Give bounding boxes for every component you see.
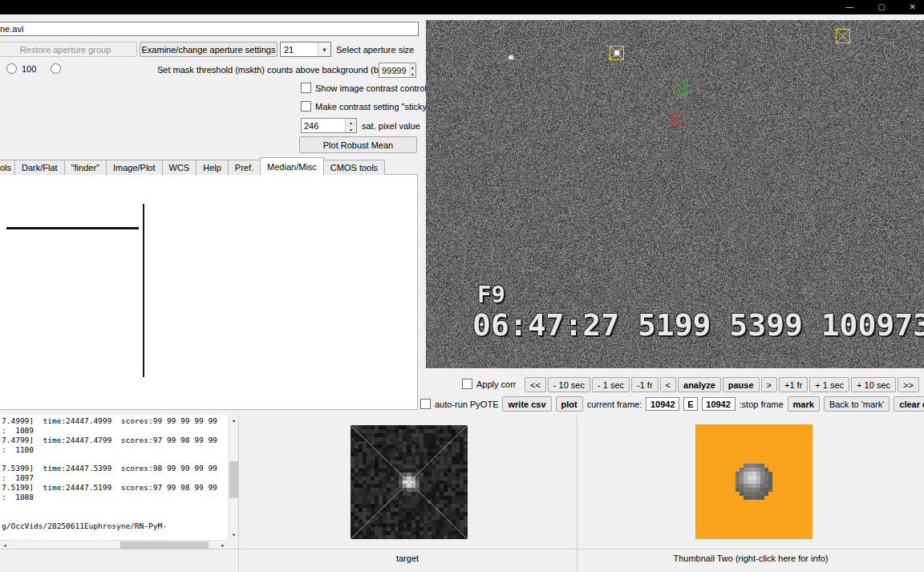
log-line (2, 455, 228, 464)
spinner-arrows: ▴▾ (409, 63, 415, 77)
mark-button[interactable]: mark (788, 396, 820, 412)
target-thumbnail-label: target (238, 554, 577, 563)
log-line: 7.5399] time:24447.5399 scores:98 99 99 … (2, 464, 228, 473)
tab-pref[interactable]: Pref. (228, 160, 261, 175)
tab-image-plot[interactable]: Image/Plot (106, 160, 163, 175)
tab-help[interactable]: Help (196, 160, 229, 175)
divider (143, 204, 144, 377)
clear-data-button[interactable]: clear data (894, 396, 924, 412)
show-contrast-control: Show image contrast control (301, 83, 427, 93)
step-forward-button[interactable]: > (761, 377, 777, 392)
aperture-marker-yellow-2[interactable] (836, 29, 850, 43)
box-x-icon (672, 110, 687, 124)
target-thumbnail[interactable] (351, 425, 468, 539)
seek-far-back-button[interactable]: << (525, 377, 546, 392)
tab-cmos-tools[interactable]: CMOS tools (323, 160, 385, 175)
scrollbar-thumb[interactable] (229, 461, 238, 498)
threshold-radio-right[interactable] (51, 63, 61, 74)
e-button[interactable]: E (683, 397, 697, 411)
plus-1-sec-button[interactable]: + 1 sec (809, 377, 849, 392)
divider (6, 227, 139, 229)
threshold-100-label: 100 (22, 64, 36, 74)
mask-threshold-spinbox[interactable]: 99999 ▴▾ (379, 63, 416, 78)
aperture-size-select[interactable]: 21 ▾ (280, 42, 331, 57)
analyze-button[interactable]: analyze (678, 377, 721, 392)
threshold-radio-left[interactable] (6, 63, 17, 74)
apply-corr-checkbox[interactable] (462, 379, 472, 389)
auto-run-pyote-checkbox[interactable] (420, 399, 431, 409)
sticky-contrast-checkbox[interactable] (301, 101, 311, 112)
apply-corr-control: Apply corr (462, 379, 517, 389)
aperture-size-value: 21 (281, 43, 318, 56)
tab-finder[interactable]: "finder" (64, 160, 107, 175)
stop-frame-label: :stop frame (740, 400, 784, 409)
sat-pixel-spinbox[interactable]: 246 ▴▾ (301, 118, 357, 133)
log-line: 7.4999] time:24447.4999 scores:99 99 99 … (2, 416, 228, 426)
spin-down-icon[interactable]: ▾ (346, 126, 356, 132)
log-line (2, 502, 228, 512)
pymovie-window: — ▢ ✕ Restore aperture group Examine/cha… (0, 0, 924, 572)
minus-1-frame-button[interactable]: -1 fr (631, 377, 659, 392)
thumbnail-two[interactable] (695, 424, 813, 539)
osd-field-indicator: F9 (477, 281, 505, 308)
spinner-arrows: ▴▾ (345, 119, 356, 132)
show-contrast-checkbox[interactable] (301, 83, 311, 93)
plus-1-frame-button[interactable]: +1 fr (779, 377, 808, 392)
close-icon[interactable]: ✕ (910, 3, 916, 11)
log-vertical-scrollbar[interactable]: ▴ ▾ (228, 415, 238, 540)
log-output[interactable]: 7.4999] time:24447.4999 scores:99 99 99 … (0, 415, 228, 540)
aperture-marker-red[interactable] (672, 110, 687, 124)
restore-aperture-group-button[interactable]: Restore aperture group (0, 42, 137, 57)
log-line: g/OccVids/20250611Euphrosyne/RN-PyM- (2, 521, 228, 531)
sat-pixel-label: sat. pixel value (362, 121, 420, 131)
divider (238, 415, 239, 572)
aperture-marker-green[interactable] (673, 79, 687, 94)
tab-median-misc[interactable]: Median/Misc (260, 157, 324, 175)
sticky-contrast-label: Make contrast setting "sticky" (315, 102, 430, 112)
log-line: 7.4799] time:24447.4799 scores:97 99 98 … (2, 436, 228, 445)
tab-dark-flat[interactable]: Dark/Flat (14, 160, 65, 175)
video-frame[interactable]: F9 06:47:27 5199 5399 100973 (426, 20, 924, 368)
plus-10-sec-button[interactable]: + 10 sec (851, 377, 896, 392)
box-x-icon (673, 79, 687, 94)
spin-up-icon[interactable]: ▴ (346, 119, 356, 126)
log-line: : 1089 (2, 426, 228, 436)
pause-button[interactable]: pause (723, 377, 760, 392)
back-to-mark-button[interactable]: Back to 'mark' (824, 396, 890, 412)
step-back-button[interactable]: < (660, 377, 676, 392)
write-csv-button[interactable]: write csv (502, 396, 551, 412)
thumbnail-two-canvas (695, 424, 813, 539)
star-speck (509, 55, 513, 59)
tab-bar: ols Dark/Flat "finder" Image/Plot WCS He… (0, 157, 384, 175)
chevron-down-icon[interactable]: ▾ (318, 43, 330, 56)
video-file-path-input[interactable] (0, 22, 419, 36)
median-misc-panel (0, 174, 418, 410)
log-line: : 1097 (2, 473, 228, 483)
sticky-contrast-control: Make contrast setting "sticky" (301, 101, 430, 112)
plot-button[interactable]: plot (556, 396, 583, 412)
current-frame-field[interactable]: 10942 (646, 397, 679, 411)
log-line: : 1100 (2, 445, 228, 455)
show-contrast-label: Show image contrast control (315, 83, 427, 93)
minus-1-sec-button[interactable]: - 1 sec (592, 377, 630, 392)
stop-frame-field[interactable]: 10942 (702, 397, 736, 411)
aperture-marker-yellow-1[interactable] (610, 46, 624, 60)
transport-buttons: << - 10 sec - 1 sec -1 fr < analyze paus… (525, 377, 919, 392)
minus-10-sec-button[interactable]: - 10 sec (548, 377, 590, 392)
seek-far-forward-button[interactable]: >> (898, 377, 919, 392)
titlebar: — ▢ ✕ (0, 0, 924, 14)
box-x-icon (836, 29, 850, 43)
tab-wcs[interactable]: WCS (162, 160, 197, 175)
mask-threshold-value: 99999 (379, 63, 409, 77)
tab-tools[interactable]: ols (0, 160, 15, 175)
examine-aperture-settings-button[interactable]: Examine/change aperture settings (140, 42, 278, 57)
maximize-icon[interactable]: ▢ (877, 3, 885, 11)
spin-up-icon[interactable]: ▴ (410, 63, 415, 71)
osd-timestamp: 06:47:27 5199 5399 100973 (472, 307, 924, 343)
frame-controls-row: auto-run PyOTE write csv plot current fr… (420, 396, 924, 412)
minimize-icon[interactable]: — (845, 3, 853, 11)
plot-robust-mean-button[interactable]: Plot Robust Mean (299, 136, 417, 153)
aperture-size-label: Select aperture size (336, 45, 414, 55)
mask-threshold-label: Set mask threshold (mskth) counts above … (157, 65, 375, 75)
spin-down-icon[interactable]: ▾ (410, 71, 415, 77)
